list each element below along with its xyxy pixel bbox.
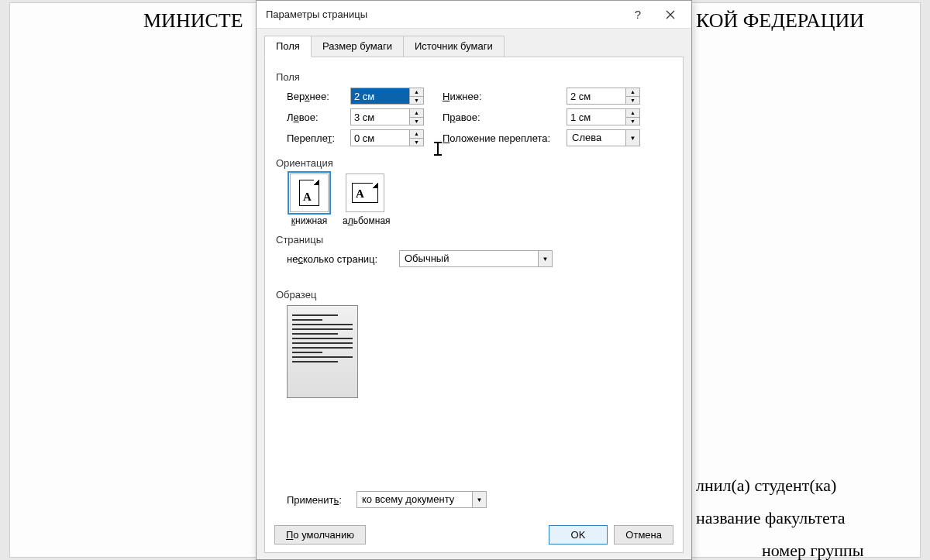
doc-title-right: КОЙ ФЕДЕРАЦИИ <box>696 9 864 33</box>
page-landscape-icon: A <box>352 183 378 203</box>
spin-up-icon[interactable]: ▲ <box>626 109 639 118</box>
group-pages-label: Страницы <box>276 234 672 246</box>
spin-up-icon[interactable]: ▲ <box>626 88 639 97</box>
gutter-pos-value: Слева <box>567 130 625 146</box>
gutter-input[interactable] <box>350 129 409 146</box>
spin-down-icon[interactable]: ▼ <box>626 118 639 125</box>
chevron-down-icon[interactable]: ▼ <box>472 492 486 507</box>
margin-top-spinner[interactable]: ▲ ▼ <box>350 88 424 105</box>
preview-thumbnail <box>287 305 358 398</box>
tab-paper-size[interactable]: Размер бумаги <box>311 36 404 57</box>
close-icon <box>666 10 675 19</box>
doc-line1: лнил(а) студент(ка) <box>696 476 836 496</box>
spin-down-icon[interactable]: ▼ <box>410 139 423 146</box>
margin-right-label: Правое: <box>443 112 567 123</box>
orientation-portrait-label: книжная <box>291 215 327 226</box>
multi-pages-value: Обычный <box>400 251 538 266</box>
doc-line2: название факультета <box>696 508 846 528</box>
chevron-down-icon[interactable]: ▼ <box>625 130 639 146</box>
margin-bottom-input[interactable] <box>567 88 625 105</box>
margin-left-spinner[interactable]: ▲ ▼ <box>350 108 424 125</box>
gutter-pos-combo[interactable]: Слева ▼ <box>567 129 640 146</box>
ok-button[interactable]: OK <box>549 525 608 545</box>
apply-to-combo[interactable]: ко всему документу ▼ <box>356 491 487 508</box>
tab-margins[interactable]: Поля <box>264 36 312 57</box>
margin-top-label: Верхнее: <box>287 91 350 102</box>
tab-strip: Поля Размер бумаги Источник бумаги <box>257 29 691 57</box>
margin-right-input[interactable] <box>567 108 625 125</box>
cancel-button[interactable]: Отмена <box>614 525 673 545</box>
margin-bottom-label: Нижнее: <box>443 91 567 102</box>
group-margins-label: Поля <box>276 71 672 83</box>
page-setup-dialog: Параметры страницы ? Поля Размер бумаги … <box>256 0 692 560</box>
orientation-landscape-label: альбомная <box>343 215 391 226</box>
margin-left-label: Левое: <box>287 112 350 123</box>
apply-to-value: ко всему документу <box>357 492 472 507</box>
gutter-spinner[interactable]: ▲ ▼ <box>350 129 424 146</box>
margin-top-input[interactable] <box>350 88 409 105</box>
spin-down-icon[interactable]: ▼ <box>410 118 423 125</box>
dialog-footer: По умолчанию OK Отмена <box>265 517 683 552</box>
gutter-pos-label: Положение переплета: <box>443 132 567 144</box>
page-portrait-icon: A <box>299 180 319 206</box>
dialog-title: Параметры страницы <box>266 9 622 20</box>
apply-to-label: Применить: <box>287 494 356 506</box>
orientation-landscape[interactable]: A альбомная <box>343 173 388 226</box>
orientation-portrait[interactable]: A книжная <box>287 173 332 226</box>
help-button[interactable]: ? <box>622 3 654 26</box>
dialog-titlebar[interactable]: Параметры страницы ? <box>257 1 691 29</box>
doc-title-left: МИНИСТЕ <box>143 9 243 33</box>
group-preview-label: Образец <box>276 289 672 301</box>
gutter-label: Переплет: <box>287 132 350 144</box>
tab-body: Поля Верхнее: ▲ ▼ Нижнее: ▲ ▼ Левое: <box>264 57 684 553</box>
multi-pages-label: несколько страниц: <box>287 253 399 265</box>
spin-up-icon[interactable]: ▲ <box>410 109 423 118</box>
chevron-down-icon[interactable]: ▼ <box>538 251 552 266</box>
spin-up-icon[interactable]: ▲ <box>410 130 423 139</box>
spin-down-icon[interactable]: ▼ <box>410 97 423 105</box>
spin-down-icon[interactable]: ▼ <box>626 97 639 105</box>
defaults-button[interactable]: По умолчанию <box>274 525 366 545</box>
margin-left-input[interactable] <box>350 108 409 125</box>
margin-right-spinner[interactable]: ▲ ▼ <box>567 108 640 125</box>
close-button[interactable] <box>654 3 687 26</box>
margin-bottom-spinner[interactable]: ▲ ▼ <box>567 88 640 105</box>
tab-paper-source[interactable]: Источник бумаги <box>403 36 505 57</box>
spin-up-icon[interactable]: ▲ <box>410 88 423 97</box>
group-orientation-label: Ориентация <box>276 157 672 169</box>
doc-line3: номер группы <box>762 541 864 560</box>
multi-pages-combo[interactable]: Обычный ▼ <box>399 250 553 267</box>
